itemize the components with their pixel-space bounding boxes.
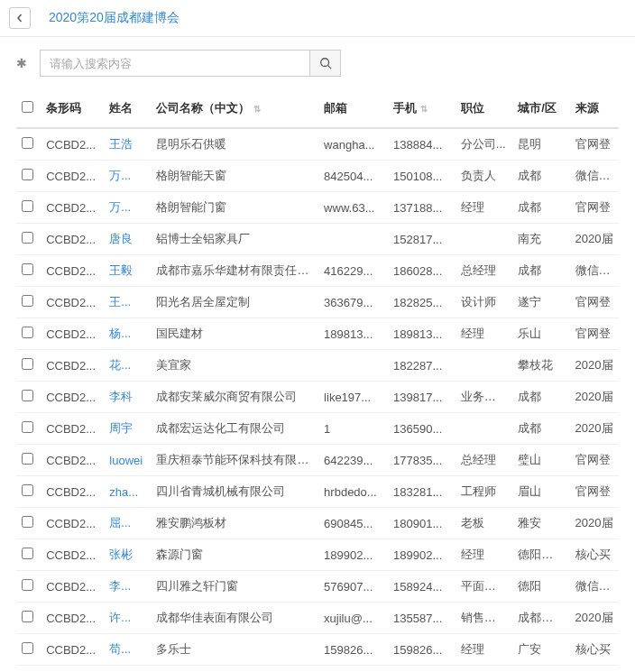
cell-name[interactable]: 苟... xyxy=(104,634,151,666)
table-row[interactable]: CCBD2...唐良铝博士全铝家具厂152817...南充2020届 xyxy=(16,224,619,255)
row-checkbox[interactable] xyxy=(22,200,33,212)
row-checkbox[interactable] xyxy=(22,358,33,370)
cell-name[interactable]: 王毅 xyxy=(104,255,151,287)
cell-checkbox xyxy=(16,350,41,382)
cell-email: 156051... xyxy=(318,666,388,673)
col-header-city[interactable]: 城市/区 xyxy=(512,89,569,128)
cell-email: wangha... xyxy=(318,128,388,161)
cell-name[interactable]: 李科 xyxy=(104,382,151,413)
col-header-company[interactable]: 公司名称（中文）⇅ xyxy=(151,89,318,128)
table-row[interactable]: CCBD2...王毅成都市嘉乐华建材有限责任公司416229...186028.… xyxy=(16,255,619,287)
table-row[interactable]: CCBD2...王浩昆明乐石供暖wangha...138884...分公司...… xyxy=(16,128,619,161)
table-header-row: 条形码 姓名 公司名称（中文）⇅ 邮箱 手机⇅ 职位 城市/区 来源 xyxy=(16,89,619,128)
cell-email: 842504... xyxy=(318,161,388,192)
table-row[interactable]: CCBD2...苟...多乐士159826...159826...经理广安核心买 xyxy=(16,634,619,666)
row-checkbox[interactable] xyxy=(22,169,33,180)
cell-barcode: CCBD2... xyxy=(41,255,104,287)
table-row[interactable]: CCBD2...花...美宜家182287...攀枝花2020届 xyxy=(16,350,619,382)
cell-source: 2020届 xyxy=(570,382,619,413)
cell-checkbox xyxy=(16,445,41,476)
row-checkbox[interactable] xyxy=(22,232,33,244)
cell-name[interactable]: zha... xyxy=(104,476,151,508)
cell-name[interactable]: 王浩 xyxy=(104,128,151,161)
col-header-name[interactable]: 姓名 xyxy=(104,89,151,128)
col-header-phone[interactable]: 手机⇅ xyxy=(388,89,456,128)
search-input[interactable] xyxy=(40,50,310,77)
cell-position: 设计师 xyxy=(456,287,512,318)
cell-name[interactable]: 万... xyxy=(104,192,151,224)
row-checkbox[interactable] xyxy=(22,642,33,654)
table-row[interactable]: CCBD2...万...格朗智能天窗842504...150108...负责人成… xyxy=(16,161,619,192)
cell-city: 成都 xyxy=(512,192,569,224)
table-row[interactable]: CCBD2...万...格朗智能门窗www.63...137188...经理成都… xyxy=(16,192,619,224)
row-checkbox[interactable] xyxy=(22,137,33,149)
table-row[interactable]: CCBD2...张彬森源门窗189902...189902...经理德阳中江核心… xyxy=(16,539,619,571)
table-row[interactable]: CCBD2...luowei重庆桓泰节能环保科技有限公司642239...177… xyxy=(16,445,619,476)
table-row[interactable]: CCBD2...王...阳光名居全屋定制363679...182825...设计… xyxy=(16,287,619,318)
row-checkbox[interactable] xyxy=(22,579,33,591)
select-all-checkbox[interactable] xyxy=(22,101,33,113)
cell-name[interactable]: 屈... xyxy=(104,508,151,539)
table-row[interactable]: CCBD2...屈...雅安鹏鸿板材690845...180901...老板雅安… xyxy=(16,508,619,539)
table-row[interactable]: CCBD2...许...成都华佳表面有限公司xujilu@...135587..… xyxy=(16,603,619,634)
table-row[interactable]: CCBD2...杨...国民建材189813...189813...经理乐山官网… xyxy=(16,318,619,350)
cell-phone: 159826... xyxy=(388,634,456,666)
cell-name[interactable]: luowei xyxy=(104,445,151,476)
cell-company: 格朗智能门窗 xyxy=(151,192,318,224)
cell-name[interactable]: 花... xyxy=(104,350,151,382)
gear-icon[interactable]: ✱ xyxy=(16,56,27,70)
cell-phone: 183281... xyxy=(388,476,456,508)
cell-name[interactable]: 周宇 xyxy=(104,413,151,445)
cell-name[interactable]: 李... xyxy=(104,571,151,603)
cell-position: 总经理 xyxy=(456,445,512,476)
row-checkbox[interactable] xyxy=(22,484,33,496)
cell-phone: 150108... xyxy=(388,161,456,192)
cell-phone: 189902... xyxy=(388,539,456,571)
cell-source: 微信订. xyxy=(570,571,619,603)
row-checkbox[interactable] xyxy=(22,263,33,275)
col-header-source[interactable]: 来源 xyxy=(570,89,619,128)
cell-phone: 139817... xyxy=(388,382,456,413)
cell-city: 南充 xyxy=(512,224,569,255)
col-header-barcode[interactable]: 条形码 xyxy=(41,89,104,128)
row-checkbox[interactable] xyxy=(22,516,33,528)
row-checkbox[interactable] xyxy=(22,611,33,622)
back-button[interactable] xyxy=(9,7,31,29)
cell-checkbox xyxy=(16,634,41,666)
page-title[interactable]: 2020第20届成都建博会 xyxy=(49,10,179,26)
table-row[interactable]: CCBD2...李科成都安莱威尔商贸有限公司like197...139817..… xyxy=(16,382,619,413)
cell-phone: 136590... xyxy=(388,413,456,445)
cell-company: 四川省青城机械有限公司 xyxy=(151,476,318,508)
cell-company: 成都华佳表面有限公司 xyxy=(151,603,318,634)
cell-email: 690845... xyxy=(318,508,388,539)
search-button[interactable] xyxy=(310,50,341,77)
table-row[interactable]: CCBD2...周宇成都宏运达化工有限公司1136590...成都2020届 xyxy=(16,413,619,445)
row-checkbox[interactable] xyxy=(22,421,33,433)
cell-company: 成都建工工业化建筑有限公司 xyxy=(151,666,318,673)
row-checkbox[interactable] xyxy=(22,548,33,559)
cell-city: 璧山 xyxy=(512,445,569,476)
cell-email: 642239... xyxy=(318,445,388,476)
cell-name[interactable]: 杨... xyxy=(104,318,151,350)
cell-email: 416229... xyxy=(318,255,388,287)
cell-barcode: CCBD2... xyxy=(41,666,104,673)
table-row[interactable]: CCBD2...任...成都建工工业化建筑有限公司156051...180080… xyxy=(16,666,619,673)
cell-name[interactable]: 唐良 xyxy=(104,224,151,255)
col-header-position[interactable]: 职位 xyxy=(456,89,512,128)
table-row[interactable]: CCBD2...李...四川雅之轩门窗576907...158924...平面设… xyxy=(16,571,619,603)
cell-name[interactable]: 任... xyxy=(104,666,151,673)
cell-name[interactable]: 王... xyxy=(104,287,151,318)
cell-phone: 182287... xyxy=(388,350,456,382)
cell-phone: 152817... xyxy=(388,224,456,255)
cell-city: 成都 xyxy=(512,382,569,413)
col-header-email[interactable]: 邮箱 xyxy=(318,89,388,128)
cell-name[interactable]: 许... xyxy=(104,603,151,634)
row-checkbox[interactable] xyxy=(22,453,33,465)
row-checkbox[interactable] xyxy=(22,390,33,401)
table-row[interactable]: CCBD2...zha...四川省青城机械有限公司hrbdedo...18328… xyxy=(16,476,619,508)
row-checkbox[interactable] xyxy=(22,327,33,338)
cell-name[interactable]: 张彬 xyxy=(104,539,151,571)
cell-source: 官网登 xyxy=(570,318,619,350)
cell-name[interactable]: 万... xyxy=(104,161,151,192)
row-checkbox[interactable] xyxy=(22,295,33,307)
